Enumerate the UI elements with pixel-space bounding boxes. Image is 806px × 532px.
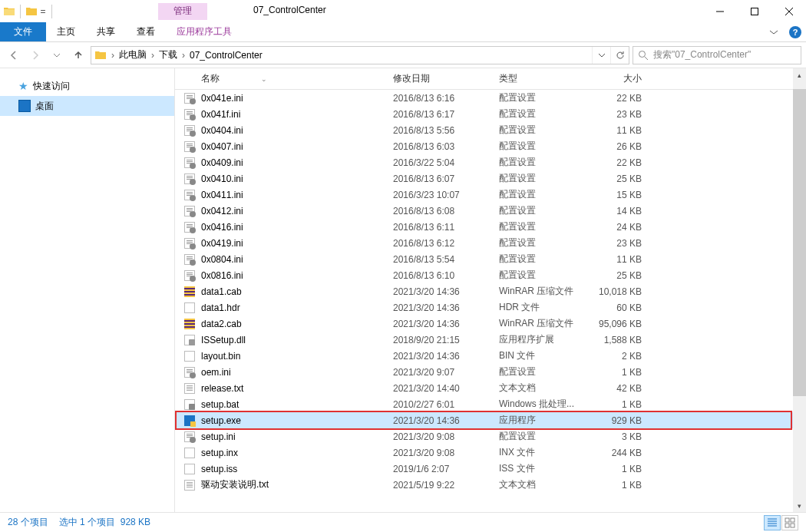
column-header-date[interactable]: 修改日期 bbox=[393, 72, 499, 85]
nav-forward-button[interactable] bbox=[26, 46, 45, 64]
file-type: ISS 文件 bbox=[499, 462, 591, 475]
file-icon bbox=[184, 464, 201, 474]
file-row[interactable]: 0x0407.ini2016/8/13 6:03配置设置26 KB bbox=[175, 138, 806, 154]
nav-recent-button[interactable] bbox=[48, 46, 66, 64]
address-dropdown-button[interactable] bbox=[592, 47, 610, 64]
scroll-track[interactable] bbox=[793, 81, 806, 499]
file-size: 11 KB bbox=[591, 254, 649, 265]
close-button[interactable] bbox=[771, 0, 806, 22]
file-type: 应用程序 bbox=[499, 414, 591, 427]
chevron-right-icon[interactable]: › bbox=[110, 50, 116, 61]
file-row[interactable]: 0x041f.ini2016/8/13 6:17配置设置23 KB bbox=[175, 106, 806, 122]
file-size: 22 KB bbox=[591, 93, 649, 104]
chevron-right-icon[interactable]: › bbox=[150, 50, 156, 61]
tab-app-tools[interactable]: 应用程序工具 bbox=[166, 22, 243, 41]
scroll-thumb[interactable] bbox=[793, 89, 806, 396]
file-row[interactable]: 0x0409.ini2016/3/22 5:04配置设置22 KB bbox=[175, 154, 806, 170]
file-row[interactable]: 0x0404.ini2016/8/13 5:56配置设置11 KB bbox=[175, 122, 806, 138]
view-details-button[interactable] bbox=[764, 515, 781, 530]
file-date: 2021/3/20 9:08 bbox=[393, 448, 499, 458]
file-date: 2019/1/6 2:07 bbox=[393, 464, 499, 474]
file-row[interactable]: 0x0816.ini2016/8/13 6:10配置设置25 KB bbox=[175, 267, 806, 283]
file-type: WinRAR 压缩文件 bbox=[499, 285, 591, 298]
file-row[interactable]: setup.exe2021/3/20 14:36应用程序929 KB bbox=[175, 412, 806, 428]
nav-back-button[interactable] bbox=[5, 46, 23, 64]
file-date: 2010/2/27 6:01 bbox=[393, 399, 499, 410]
sidebar-item-quick-access[interactable]: ★ 快速访问 bbox=[0, 76, 174, 96]
tab-file[interactable]: 文件 bbox=[0, 22, 46, 41]
svg-rect-4 bbox=[785, 524, 789, 527]
file-size: 25 KB bbox=[591, 173, 649, 184]
file-type: 配置设置 bbox=[499, 188, 591, 201]
file-icon bbox=[184, 302, 201, 313]
address-bar[interactable]: › 此电脑 › 下载 › 07_ControlCenter bbox=[91, 46, 629, 64]
file-row[interactable]: setup.iss2019/1/6 2:07ISS 文件1 KB bbox=[175, 461, 806, 477]
file-icon bbox=[184, 335, 201, 345]
file-row[interactable]: data2.cab2021/3/20 14:36WinRAR 压缩文件95,09… bbox=[175, 316, 806, 332]
column-header-name[interactable]: 名称⌄ bbox=[201, 72, 393, 85]
file-row[interactable]: ISSetup.dll2018/9/20 21:15应用程序扩展1,588 KB bbox=[175, 332, 806, 348]
sidebar-item-desktop[interactable]: 桌面 bbox=[0, 96, 174, 116]
qat-equal-icon[interactable]: = bbox=[39, 3, 47, 20]
column-header-type[interactable]: 类型 bbox=[499, 72, 591, 85]
breadcrumb-downloads[interactable]: 下载 bbox=[156, 47, 180, 64]
chevron-right-icon[interactable]: › bbox=[180, 50, 187, 61]
file-date: 2016/3/22 5:04 bbox=[393, 157, 499, 168]
statusbar: 28 个项目 选中 1 个项目 928 KB bbox=[0, 512, 806, 532]
file-row[interactable]: 0x0411.ini2016/3/23 10:07配置设置15 KB bbox=[175, 187, 806, 203]
column-header-size[interactable]: 大小 bbox=[591, 72, 649, 85]
file-icon bbox=[184, 431, 201, 442]
file-row[interactable]: setup.bat2010/2/27 6:01Windows 批处理...1 K… bbox=[175, 396, 806, 412]
file-row[interactable]: data1.cab2021/3/20 14:36WinRAR 压缩文件10,01… bbox=[175, 283, 806, 299]
file-name: 0x0410.ini bbox=[201, 173, 393, 184]
refresh-button[interactable] bbox=[610, 47, 629, 64]
file-size: 25 KB bbox=[591, 270, 649, 281]
file-rows: 0x041e.ini2016/8/13 6:16配置设置22 KB0x041f.… bbox=[175, 90, 806, 512]
navbar: › 此电脑 › 下载 › 07_ControlCenter 搜索"07_Cont… bbox=[0, 42, 806, 68]
file-row[interactable]: 0x0419.ini2016/8/13 6:12配置设置23 KB bbox=[175, 235, 806, 251]
file-size: 244 KB bbox=[591, 448, 649, 458]
file-date: 2018/9/20 21:15 bbox=[393, 335, 499, 345]
file-row[interactable]: 0x041e.ini2016/8/13 6:16配置设置22 KB bbox=[175, 90, 806, 106]
sort-indicator: ⌄ bbox=[261, 75, 267, 83]
nav-up-button[interactable] bbox=[69, 46, 88, 64]
file-size: 1 KB bbox=[591, 367, 649, 378]
help-button[interactable]: ? bbox=[785, 22, 806, 41]
breadcrumb-this-pc[interactable]: 此电脑 bbox=[116, 47, 150, 64]
file-name: setup.ini bbox=[201, 431, 393, 442]
maximize-button[interactable] bbox=[737, 0, 771, 22]
tab-view[interactable]: 查看 bbox=[126, 22, 166, 41]
file-name: 0x0804.ini bbox=[201, 254, 393, 265]
scroll-up-button[interactable]: ▴ bbox=[793, 68, 806, 81]
file-row[interactable]: layout.bin2021/3/20 14:36BIN 文件2 KB bbox=[175, 348, 806, 364]
file-row[interactable]: 0x0412.ini2016/8/13 6:08配置设置14 KB bbox=[175, 203, 806, 219]
file-icon bbox=[184, 109, 201, 120]
file-row[interactable]: release.txt2021/3/20 14:40文本文档42 KB bbox=[175, 380, 806, 396]
file-name: 0x0412.ini bbox=[201, 206, 393, 216]
file-row[interactable]: setup.inx2021/3/20 9:08INX 文件244 KB bbox=[175, 444, 806, 461]
file-size: 2 KB bbox=[591, 351, 649, 362]
file-row[interactable]: 驱动安装说明.txt2021/5/19 9:22文本文档1 KB bbox=[175, 477, 806, 493]
search-input[interactable]: 搜索"07_ControlCenter" bbox=[633, 46, 801, 64]
scrollbar-vertical[interactable]: ▴ ▾ bbox=[793, 68, 806, 512]
file-size: 1,588 KB bbox=[591, 335, 649, 345]
file-icon bbox=[184, 286, 201, 297]
ribbon-collapse-button[interactable] bbox=[763, 22, 785, 41]
file-date: 2016/8/13 6:11 bbox=[393, 222, 499, 233]
minimize-button[interactable] bbox=[702, 0, 737, 22]
file-icon bbox=[184, 270, 201, 281]
file-row[interactable]: oem.ini2021/3/20 9:07配置设置1 KB bbox=[175, 364, 806, 380]
file-row[interactable]: 0x0410.ini2016/8/13 6:07配置设置25 KB bbox=[175, 170, 806, 187]
scroll-down-button[interactable]: ▾ bbox=[793, 499, 806, 512]
file-row[interactable]: 0x0416.ini2016/8/13 6:11配置设置24 KB bbox=[175, 219, 806, 235]
file-row[interactable]: setup.ini2021/3/20 9:08配置设置3 KB bbox=[175, 428, 806, 444]
breadcrumb-current[interactable]: 07_ControlCenter bbox=[187, 47, 266, 64]
file-date: 2016/8/13 5:56 bbox=[393, 125, 499, 136]
qat-folder-icon[interactable] bbox=[25, 5, 38, 18]
file-row[interactable]: data1.hdr2021/3/20 14:36HDR 文件60 KB bbox=[175, 299, 806, 316]
view-large-icons-button[interactable] bbox=[781, 515, 798, 530]
file-date: 2016/8/13 6:17 bbox=[393, 109, 499, 120]
file-row[interactable]: 0x0804.ini2016/8/13 5:54配置设置11 KB bbox=[175, 251, 806, 267]
tab-home[interactable]: 主页 bbox=[46, 22, 86, 41]
tab-share[interactable]: 共享 bbox=[86, 22, 126, 41]
